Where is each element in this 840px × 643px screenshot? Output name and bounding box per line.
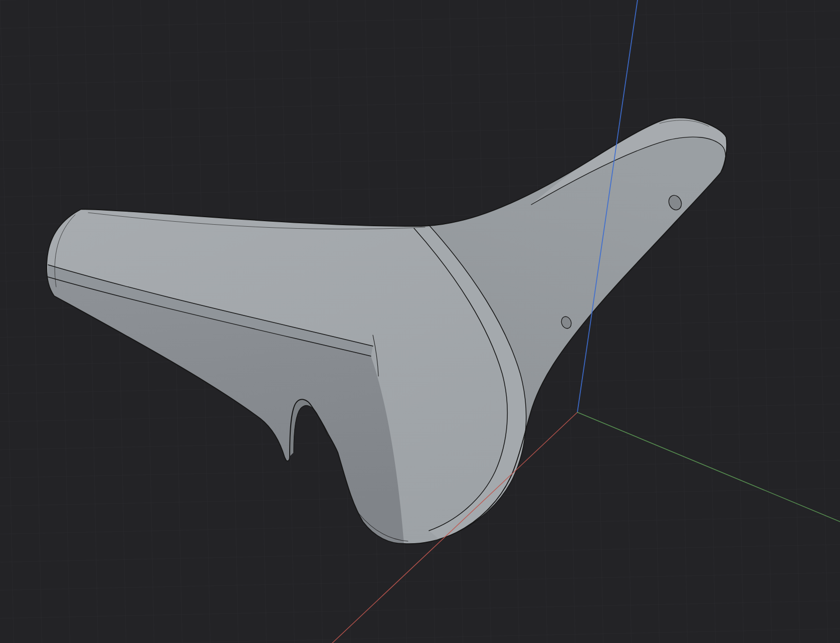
viewport[interactable] xyxy=(0,0,840,643)
scene-canvas xyxy=(0,0,840,643)
